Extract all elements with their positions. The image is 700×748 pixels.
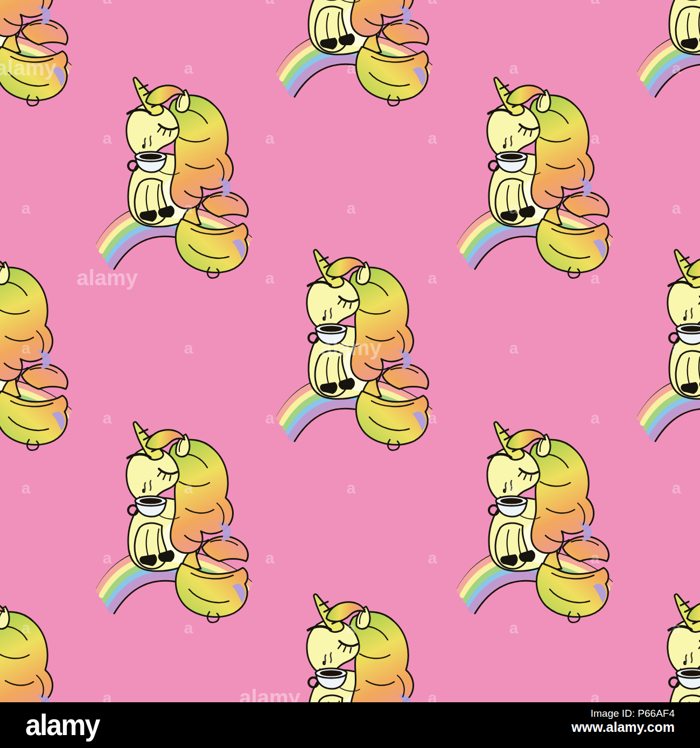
watermark-letter: a: [509, 59, 519, 77]
unicorn-illustration: [97, 422, 251, 622]
watermark-letter: a: [509, 339, 519, 357]
image-id: Image ID: P66AF4: [571, 708, 675, 719]
unicorn-pattern-svg: alamyaaaaaaaaaaaaaaaaaaalamyaaalamyaaaaa…: [0, 0, 700, 702]
unicorn-illustration: [0, 594, 71, 702]
unicorn-illustration: [458, 422, 612, 622]
watermark-letter: a: [428, 129, 437, 147]
unicorn-illustration: [638, 0, 700, 106]
watermark-letter: a: [184, 479, 193, 497]
watermark-letter: a: [509, 199, 519, 217]
watermark-letter: a: [103, 409, 112, 427]
watermark-letter: a: [265, 0, 275, 7]
watermark-letter: a: [591, 269, 600, 287]
unicorn-illustration: [0, 250, 71, 450]
watermark-letter: a: [103, 549, 112, 567]
image-info: Image ID: P66AF4 www.alamy.com: [571, 708, 675, 735]
watermark-letter: a: [509, 619, 519, 637]
unicorn-illustration: [458, 77, 612, 278]
watermark-letter: a: [184, 339, 193, 357]
watermark-letter: a: [672, 59, 681, 77]
watermark-letter: a: [591, 0, 600, 7]
watermark-letter: a: [184, 619, 193, 637]
watermark-letter: a: [22, 619, 31, 637]
watermark-letter: a: [428, 269, 437, 287]
alamy-logo: alamy: [25, 701, 99, 748]
watermark-letter: a: [428, 0, 437, 7]
watermark-letter: a: [509, 479, 519, 497]
watermark-letter: a: [591, 549, 600, 567]
watermark-letter: a: [672, 479, 681, 497]
unicorn-illustration: [638, 594, 700, 702]
watermark-letter: a: [184, 199, 193, 217]
watermark-letter: a: [347, 479, 356, 497]
watermark-letter: a: [591, 409, 600, 427]
watermark-letter: a: [265, 409, 275, 427]
watermark-word: alamy: [76, 266, 138, 290]
watermark-word: alamy: [239, 686, 300, 702]
watermark-letter: a: [591, 129, 600, 147]
watermark-letter: a: [672, 619, 681, 637]
watermark-letter: a: [347, 199, 356, 217]
watermark-letter: a: [672, 199, 681, 217]
watermark-letter: a: [265, 129, 275, 147]
unicorn-illustration: [638, 250, 700, 450]
unicorn-illustration: [0, 0, 71, 106]
unicorn-illustration: [277, 0, 431, 106]
watermark-letter: a: [347, 59, 356, 77]
watermark-word: alamy: [0, 56, 57, 80]
watermark-letter: a: [22, 339, 31, 357]
alamy-website: www.alamy.com: [571, 719, 675, 735]
watermark-letter: a: [265, 549, 275, 567]
watermark-letter: a: [428, 409, 437, 427]
stock-image: alamyaaaaaaaaaaaaaaaaaaalamyaaalamyaaaaa…: [0, 0, 700, 748]
watermark-letter: a: [22, 199, 31, 217]
watermark-letter: a: [672, 339, 681, 357]
watermark-bar: alamy Image ID: P66AF4 www.alamy.com: [0, 702, 700, 748]
watermark-letter: a: [347, 619, 356, 637]
watermark-letter: a: [428, 689, 437, 703]
watermark-letter: a: [184, 59, 193, 77]
watermark-letter: a: [591, 689, 600, 703]
unicorn-illustration: [277, 594, 431, 702]
watermark-word: alamy: [320, 336, 382, 359]
watermark-letter: a: [428, 549, 437, 567]
watermark-letter: a: [103, 129, 112, 147]
watermark-letter: a: [103, 689, 112, 703]
watermark-letter: a: [103, 0, 112, 7]
watermark-letter: a: [265, 269, 275, 287]
watermark-letter: a: [22, 479, 31, 497]
unicorn-illustration: [97, 77, 251, 278]
